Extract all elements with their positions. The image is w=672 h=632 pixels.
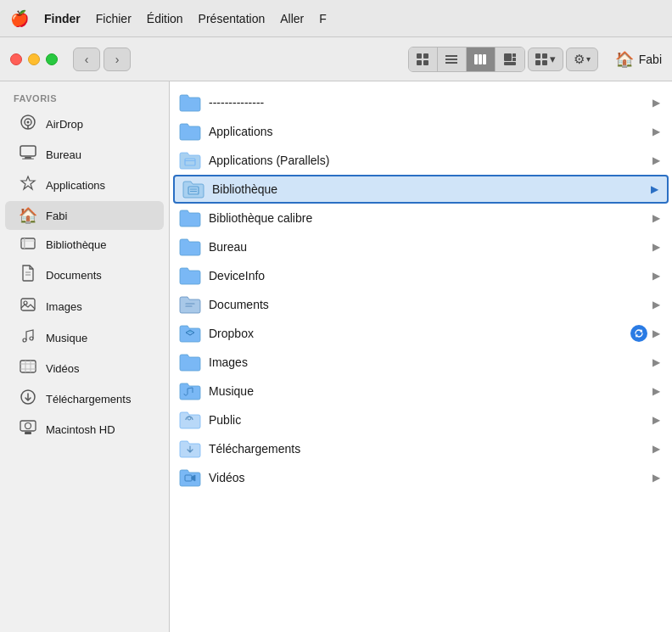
folder-icon (178, 121, 202, 142)
svg-rect-31 (20, 361, 36, 372)
table-row[interactable]: DeviceInfo ▶ (170, 261, 672, 290)
gear-button[interactable]: ⚙ ▾ (566, 48, 598, 71)
apple-menu[interactable]: 🍎 (10, 9, 29, 28)
svg-rect-39 (25, 432, 31, 434)
finder-window: ‹ › (0, 37, 672, 632)
window-controls (10, 53, 58, 65)
table-row[interactable]: Bureau ▶ (170, 232, 672, 261)
file-name-label: Public (209, 413, 652, 427)
sidebar-item-label: Vidéos (46, 362, 80, 375)
expand-arrow-icon: ▶ (652, 241, 660, 253)
svg-rect-13 (504, 62, 516, 65)
gallery-view-button[interactable] (496, 48, 524, 71)
sidebar-item-label: Bibliothèque (46, 238, 107, 251)
folder-icon (178, 410, 202, 430)
sidebar-item-label: Applications (46, 179, 105, 192)
applications-icon (19, 175, 37, 196)
list-view-button[interactable] (438, 48, 467, 71)
table-row[interactable]: Applications (Parallels) ▶ (170, 146, 672, 175)
svg-rect-1 (423, 53, 428, 59)
finder-menu[interactable]: Finder (44, 12, 81, 25)
svg-point-30 (24, 301, 27, 305)
svg-rect-4 (445, 55, 457, 57)
more-menu[interactable]: F (319, 12, 327, 25)
user-home-icon: 🏠 (615, 50, 634, 69)
fabi-home-icon: 🏠 (19, 206, 37, 225)
file-name-label: Bibliothèque (212, 182, 651, 196)
expand-arrow-icon: ▶ (652, 212, 660, 224)
svg-rect-3 (423, 60, 428, 65)
folder-icon (178, 92, 202, 113)
folder-icon (178, 294, 202, 315)
icon-view-button[interactable] (409, 48, 438, 71)
table-row[interactable]: Vidéos ▶ (170, 463, 672, 492)
svg-rect-37 (20, 421, 36, 431)
folder-icon (178, 439, 202, 459)
folder-icon (178, 208, 202, 228)
folder-icon (178, 150, 202, 171)
maximize-button[interactable] (46, 53, 58, 65)
sidebar-item-bureau[interactable]: Bureau (5, 140, 164, 170)
table-row[interactable]: Public ▶ (170, 405, 672, 434)
folder-icon (178, 381, 202, 401)
sidebar-item-label: Bureau (46, 148, 81, 161)
sync-badge (630, 325, 647, 342)
table-row[interactable]: Dropbox ▶ (170, 319, 672, 348)
minimize-button[interactable] (28, 53, 40, 65)
svg-rect-7 (474, 54, 478, 64)
folder-icon (178, 467, 202, 488)
sidebar-section-favoris: Favoris (0, 90, 169, 109)
forward-button[interactable]: › (104, 48, 131, 71)
close-button[interactable] (10, 53, 22, 65)
nav-buttons: ‹ › (73, 48, 131, 71)
forward-arrow-icon: › (115, 53, 120, 66)
sidebar-item-videos[interactable]: Vidéos (5, 354, 164, 383)
aller-menu[interactable]: Aller (280, 12, 304, 25)
sidebar: Favoris AirDrop (0, 81, 170, 632)
table-row[interactable]: -------------- ▶ (170, 88, 672, 117)
dropdown-chevron-icon: ▾ (550, 53, 556, 65)
expand-arrow-icon: ▶ (652, 126, 660, 137)
svg-rect-26 (24, 238, 25, 249)
file-list: -------------- ▶ Applications ▶ (170, 81, 672, 632)
file-name-label: Musique (209, 384, 652, 398)
sidebar-item-label: Images (46, 300, 82, 313)
sidebar-item-fabi[interactable]: 🏠 Fabi (5, 201, 164, 230)
presentation-menu[interactable]: Présentation (199, 12, 266, 25)
svg-rect-29 (21, 299, 35, 310)
file-name-label: Documents (209, 298, 652, 311)
svg-rect-9 (483, 54, 486, 64)
fichier-menu[interactable]: Fichier (96, 12, 132, 25)
edition-menu[interactable]: Édition (147, 12, 183, 25)
table-row[interactable]: Images ▶ (170, 348, 672, 377)
table-row[interactable]: Documents ▶ (170, 290, 672, 319)
sidebar-item-telechargements[interactable]: Téléchargements (5, 383, 164, 415)
expand-arrow-icon: ▶ (652, 472, 660, 484)
sidebar-item-musique[interactable]: Musique (5, 322, 164, 354)
sidebar-item-bibliotheque[interactable]: Bibliothèque (5, 230, 164, 260)
grid-dropdown-button[interactable]: ▾ (528, 48, 563, 71)
gear-icon: ⚙ (574, 52, 585, 67)
sidebar-item-macintosh[interactable]: Macintosh HD (5, 415, 164, 445)
sidebar-item-applications[interactable]: Applications (5, 170, 164, 201)
svg-rect-24 (22, 159, 34, 160)
table-row[interactable]: Musique ▶ (170, 377, 672, 405)
sidebar-item-documents[interactable]: Documents (5, 260, 164, 291)
table-row[interactable]: Applications ▶ (170, 117, 672, 146)
back-button[interactable]: ‹ (73, 48, 100, 71)
svg-rect-15 (542, 53, 547, 59)
table-row[interactable]: Bibliothèque ▶ (173, 175, 669, 204)
menubar: 🍎 Finder Fichier Édition Présentation Al… (0, 0, 672, 37)
expand-arrow-icon: ▶ (652, 327, 660, 339)
file-name-label: DeviceInfo (209, 269, 652, 282)
sidebar-item-images[interactable]: Images (5, 291, 164, 322)
main-content: Favoris AirDrop (0, 81, 672, 632)
table-row[interactable]: Téléchargements ▶ (170, 434, 672, 463)
gear-chevron-icon: ▾ (586, 54, 591, 64)
expand-arrow-icon: ▶ (652, 385, 660, 397)
table-row[interactable]: Bibliothèque calibre ▶ (170, 204, 672, 232)
sidebar-item-airdrop[interactable]: AirDrop (5, 109, 164, 140)
svg-point-20 (27, 121, 30, 124)
column-view-button[interactable] (467, 48, 496, 71)
svg-rect-17 (542, 60, 547, 65)
